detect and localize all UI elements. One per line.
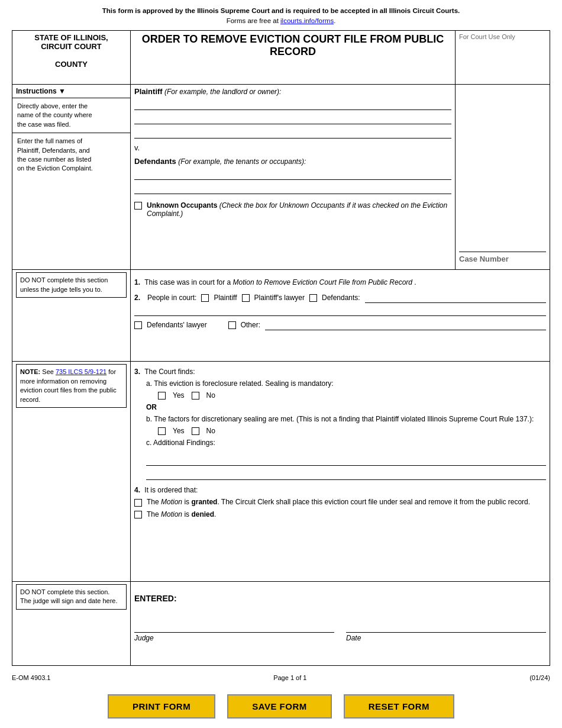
item1-text2: . — [414, 278, 416, 286]
plaintiff-italic: (For example, the landlord or owner): — [164, 88, 281, 96]
ilcourts-link[interactable]: ilcourts.info/forms — [280, 17, 334, 24]
people-in-court-label: People in court: — [147, 294, 196, 302]
item4-num: 4. — [134, 486, 140, 494]
do-not-complete-2-text: DO NOT complete this section. The judge … — [20, 588, 118, 604]
item-4: 4. It is ordered that: The Motion is gra… — [134, 486, 546, 518]
motion-granted-row: The Motion is granted. The Circuit Clerk… — [134, 498, 546, 507]
case-number-field[interactable] — [459, 241, 546, 252]
item3-a-yes-no: Yes No — [158, 391, 546, 400]
plaintiff-section: Plaintiff (For example, the landlord or … — [134, 87, 451, 138]
defendants-label: Defendants — [134, 157, 176, 166]
print-button[interactable]: PRINT FORM — [108, 694, 215, 719]
entered-row: DO NOT complete this section. The judge … — [12, 581, 550, 665]
state-cell: STATE OF ILLINOIS, CIRCUIT COURT COUNTY — [12, 30, 131, 85]
plaintiffs-lawyer-checkbox[interactable] — [242, 294, 250, 302]
defendants-name-field[interactable] — [365, 292, 546, 303]
date-sig-line[interactable] — [346, 615, 546, 633]
defendants-checkbox[interactable] — [309, 294, 317, 302]
item3-label: The Court finds: — [144, 368, 195, 376]
save-button[interactable]: SAVE FORM — [227, 694, 332, 719]
unknown-occupants-label: Unknown Occupants — [147, 201, 217, 210]
notice-line1: This form is approved by the Illinois Su… — [102, 7, 460, 14]
item3-a: a. This eviction is foreclosure related.… — [146, 379, 546, 411]
motion-denied-row: The Motion is denied. — [134, 510, 546, 518]
item3b-no-label: No — [206, 427, 215, 435]
denied-checkbox[interactable] — [134, 511, 142, 518]
item3b-yes-label: Yes — [173, 427, 185, 435]
header-row: STATE OF ILLINOIS, CIRCUIT COURT COUNTY … — [12, 30, 550, 85]
date-label: Date — [346, 634, 546, 642]
item3b-yes-checkbox[interactable] — [158, 427, 166, 435]
entered-label: ENTERED: — [134, 594, 546, 603]
do-not-complete-1-text: DO NOT complete this section unless the … — [20, 276, 108, 292]
plaintiff-field-3[interactable] — [134, 128, 451, 138]
defendants-lawyer-label: Defendants' lawyer — [147, 321, 207, 329]
additional-findings-1[interactable] — [146, 455, 546, 466]
section-3-content: 3. The Court finds: a. This eviction is … — [131, 362, 550, 582]
other-label: Other: — [241, 321, 260, 329]
or-text: OR — [146, 403, 546, 411]
defendants-field-2[interactable] — [134, 183, 451, 194]
notice-line2: Forms are free at — [227, 17, 280, 24]
plaintiff-field-1[interactable] — [134, 99, 451, 110]
item3a-no-checkbox[interactable] — [192, 392, 199, 400]
court-use-cell: For Court Use Only — [456, 30, 550, 85]
additional-findings-2[interactable] — [146, 469, 546, 480]
instruction-2: Enter the full names of Plaintiff, Defen… — [12, 133, 104, 177]
item2-num: 2. — [134, 294, 140, 302]
case-number-cell: Case Number — [456, 85, 550, 270]
section-1-2-row: DO NOT complete this section unless the … — [12, 270, 550, 362]
footer: E-OM 4903.1 Page 1 of 1 (01/24) — [12, 671, 550, 684]
do-not-complete-1: DO NOT complete this section unless the … — [12, 270, 131, 362]
granted-checkbox[interactable] — [134, 499, 142, 507]
plaintiff-section-row: Instructions ▼ Directly above, enter the… — [12, 85, 550, 270]
plaintiff-checkbox[interactable] — [201, 294, 209, 302]
item4-label: It is ordered that: — [144, 486, 198, 494]
defendants-extra-field[interactable] — [134, 305, 546, 316]
ilcs-link[interactable]: 735 ILCS 5/9-121 — [56, 368, 106, 375]
judge-label: Judge — [134, 634, 334, 642]
reset-button[interactable]: RESET FORM — [344, 694, 454, 719]
form-id: E-OM 4903.1 — [12, 674, 50, 681]
section-1-2-content: 1. This case was in court for a Motion t… — [131, 270, 550, 362]
defendants-section: Defendants (For example, the tenants or … — [134, 157, 451, 194]
item3-b: b. The factors for discretionary sealing… — [146, 415, 546, 435]
section-3-row: NOTE: See 735 ILCS 5/9-121 for more info… — [12, 362, 550, 582]
plaintiff-field-2[interactable] — [134, 114, 451, 124]
main-form-table: STATE OF ILLINOIS, CIRCUIT COURT COUNTY … — [12, 30, 550, 666]
judge-sig-line[interactable] — [134, 615, 334, 633]
other-checkbox[interactable] — [228, 321, 236, 329]
item3a-yes-label: Yes — [173, 391, 185, 400]
case-number-label: Case Number — [459, 255, 509, 263]
item3-c-text: Additional Findings: — [153, 439, 215, 447]
button-bar: PRINT FORM SAVE FORM RESET FORM — [12, 688, 550, 722]
unknown-occupants-row: Unknown Occupants (Check the box for Unk… — [134, 201, 451, 218]
court-use-only: For Court Use Only — [459, 33, 515, 40]
top-notice: This form is approved by the Illinois Su… — [12, 6, 550, 27]
item3-a-label: a. — [146, 379, 152, 388]
instruction-1: Directly above, enter the name of the co… — [12, 98, 104, 133]
item3a-yes-checkbox[interactable] — [158, 392, 166, 400]
item3-c-label: c. — [146, 439, 151, 447]
item3-b-label: b. — [146, 415, 152, 423]
item3-c: c. Additional Findings: — [146, 439, 546, 480]
item3-b-yes-no: Yes No — [158, 427, 546, 435]
state-line2: CIRCUIT COURT — [41, 42, 102, 51]
do-not-complete-2: DO NOT complete this section. The judge … — [12, 581, 131, 665]
plaintiff-label: Plaintiff — [134, 87, 163, 96]
item-3: 3. The Court finds: a. This eviction is … — [134, 368, 546, 518]
form-title-cell: ORDER TO REMOVE EVICTION COURT FILE FROM… — [131, 30, 456, 85]
v-label: v. — [134, 143, 451, 152]
item1-num: 1. — [134, 278, 140, 286]
other-field[interactable] — [265, 320, 546, 330]
item-2: 2. People in court: Plaintiff Plaintiff'… — [134, 292, 546, 330]
entered-section: ENTERED: Judge Date — [134, 594, 546, 642]
people-row: 2. People in court: Plaintiff Plaintiff'… — [134, 292, 546, 303]
defendants-lawyer-checkbox[interactable] — [134, 321, 142, 329]
item3a-no-label: No — [206, 391, 215, 400]
item3b-no-checkbox[interactable] — [192, 427, 199, 435]
unknown-occupants-checkbox[interactable] — [134, 202, 142, 210]
entered-content: ENTERED: Judge Date — [131, 581, 550, 665]
defendants-field-1[interactable] — [134, 169, 451, 180]
defendants-lawyer-row: Defendants' lawyer Other: — [134, 320, 546, 330]
